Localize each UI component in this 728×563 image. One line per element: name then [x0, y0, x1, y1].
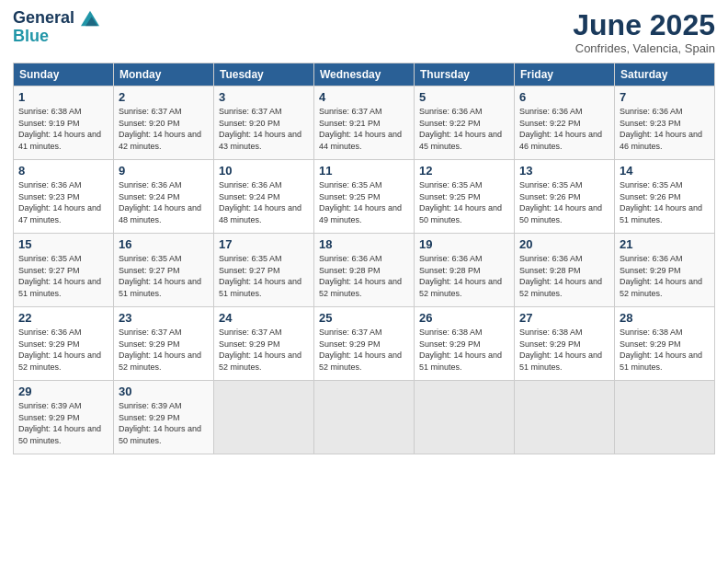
- day-number: 26: [419, 311, 509, 325]
- logo-text: General: [13, 9, 99, 28]
- day-number: 12: [419, 164, 509, 178]
- cell-info: Sunrise: 6:35 AMSunset: 9:26 PMDaylight:…: [620, 180, 702, 224]
- day-number: 5: [419, 90, 509, 104]
- day-number: 6: [519, 90, 609, 104]
- cell-info: Sunrise: 6:36 AMSunset: 9:28 PMDaylight:…: [319, 254, 402, 298]
- header-saturday: Saturday: [615, 63, 715, 86]
- day-number: 27: [519, 311, 609, 325]
- table-row: 21Sunrise: 6:36 AMSunset: 9:29 PMDayligh…: [615, 234, 715, 307]
- table-row: 10Sunrise: 6:36 AMSunset: 9:24 PMDayligh…: [214, 160, 314, 234]
- calendar-week-row: 22Sunrise: 6:36 AMSunset: 9:29 PMDayligh…: [14, 307, 715, 381]
- table-row: 13Sunrise: 6:35 AMSunset: 9:26 PMDayligh…: [515, 160, 615, 234]
- header-wednesday: Wednesday: [314, 63, 415, 86]
- day-number: 2: [119, 90, 209, 104]
- cell-info: Sunrise: 6:36 AMSunset: 9:24 PMDaylight:…: [119, 180, 201, 224]
- header: General Blue June 2025 Confrides, Valenc…: [13, 9, 715, 55]
- day-number: 20: [519, 237, 609, 251]
- cell-info: Sunrise: 6:35 AMSunset: 9:27 PMDaylight:…: [18, 254, 101, 298]
- table-row: 3Sunrise: 6:37 AMSunset: 9:20 PMDaylight…: [214, 86, 314, 160]
- day-number: 25: [319, 311, 409, 325]
- day-number: 21: [620, 237, 710, 251]
- table-row: 1Sunrise: 6:38 AMSunset: 9:19 PMDaylight…: [14, 86, 114, 160]
- table-row: 19Sunrise: 6:36 AMSunset: 9:28 PMDayligh…: [415, 234, 515, 307]
- table-row: [214, 381, 314, 454]
- table-row: 17Sunrise: 6:35 AMSunset: 9:27 PMDayligh…: [214, 234, 314, 307]
- calendar-table: Sunday Monday Tuesday Wednesday Thursday…: [13, 63, 715, 454]
- table-row: 11Sunrise: 6:35 AMSunset: 9:25 PMDayligh…: [314, 160, 415, 234]
- table-row: 24Sunrise: 6:37 AMSunset: 9:29 PMDayligh…: [214, 307, 314, 381]
- table-row: 28Sunrise: 6:38 AMSunset: 9:29 PMDayligh…: [615, 307, 715, 381]
- calendar-header-row: Sunday Monday Tuesday Wednesday Thursday…: [14, 63, 715, 86]
- table-row: [515, 381, 615, 454]
- cell-info: Sunrise: 6:37 AMSunset: 9:20 PMDaylight:…: [219, 107, 301, 151]
- table-row: 15Sunrise: 6:35 AMSunset: 9:27 PMDayligh…: [14, 234, 114, 307]
- table-row: 20Sunrise: 6:36 AMSunset: 9:28 PMDayligh…: [515, 234, 615, 307]
- cell-info: Sunrise: 6:35 AMSunset: 9:27 PMDaylight:…: [219, 254, 301, 298]
- header-thursday: Thursday: [415, 63, 515, 86]
- table-row: 7Sunrise: 6:36 AMSunset: 9:23 PMDaylight…: [615, 86, 715, 160]
- calendar-week-row: 1Sunrise: 6:38 AMSunset: 9:19 PMDaylight…: [14, 86, 715, 160]
- cell-info: Sunrise: 6:37 AMSunset: 9:20 PMDaylight:…: [119, 107, 201, 151]
- month-title: June 2025: [573, 9, 715, 41]
- day-number: 10: [219, 164, 309, 178]
- table-row: 9Sunrise: 6:36 AMSunset: 9:24 PMDaylight…: [114, 160, 214, 234]
- logo-icon: [81, 9, 99, 28]
- cell-info: Sunrise: 6:38 AMSunset: 9:29 PMDaylight:…: [620, 327, 702, 372]
- table-row: 26Sunrise: 6:38 AMSunset: 9:29 PMDayligh…: [415, 307, 515, 381]
- cell-info: Sunrise: 6:36 AMSunset: 9:28 PMDaylight:…: [519, 254, 602, 298]
- table-row: 8Sunrise: 6:36 AMSunset: 9:23 PMDaylight…: [14, 160, 114, 234]
- location-subtitle: Confrides, Valencia, Spain: [573, 41, 715, 55]
- table-row: 27Sunrise: 6:38 AMSunset: 9:29 PMDayligh…: [515, 307, 615, 381]
- cell-info: Sunrise: 6:36 AMSunset: 9:22 PMDaylight:…: [519, 107, 602, 151]
- cell-info: Sunrise: 6:36 AMSunset: 9:29 PMDaylight:…: [18, 327, 101, 372]
- day-number: 7: [620, 90, 710, 104]
- cell-info: Sunrise: 6:35 AMSunset: 9:27 PMDaylight:…: [119, 254, 201, 298]
- logo: General Blue: [13, 9, 99, 46]
- cell-info: Sunrise: 6:36 AMSunset: 9:23 PMDaylight:…: [620, 107, 702, 151]
- cell-info: Sunrise: 6:36 AMSunset: 9:23 PMDaylight:…: [18, 180, 101, 224]
- day-number: 4: [319, 90, 409, 104]
- calendar-week-row: 15Sunrise: 6:35 AMSunset: 9:27 PMDayligh…: [14, 234, 715, 307]
- cell-info: Sunrise: 6:36 AMSunset: 9:28 PMDaylight:…: [419, 254, 502, 298]
- cell-info: Sunrise: 6:38 AMSunset: 9:29 PMDaylight:…: [419, 327, 502, 372]
- day-number: 13: [519, 164, 609, 178]
- cell-info: Sunrise: 6:36 AMSunset: 9:24 PMDaylight:…: [219, 180, 301, 224]
- day-number: 8: [18, 164, 108, 178]
- day-number: 30: [119, 385, 209, 398]
- table-row: 22Sunrise: 6:36 AMSunset: 9:29 PMDayligh…: [14, 307, 114, 381]
- table-row: 16Sunrise: 6:35 AMSunset: 9:27 PMDayligh…: [114, 234, 214, 307]
- header-monday: Monday: [114, 63, 214, 86]
- day-number: 1: [18, 90, 108, 104]
- day-number: 15: [18, 237, 108, 251]
- header-friday: Friday: [515, 63, 615, 86]
- cell-info: Sunrise: 6:38 AMSunset: 9:19 PMDaylight:…: [18, 107, 101, 151]
- cell-info: Sunrise: 6:37 AMSunset: 9:21 PMDaylight:…: [319, 107, 402, 151]
- day-number: 28: [620, 311, 710, 325]
- logo-blue: Blue: [13, 28, 99, 46]
- table-row: 12Sunrise: 6:35 AMSunset: 9:25 PMDayligh…: [415, 160, 515, 234]
- table-row: 29Sunrise: 6:39 AMSunset: 9:29 PMDayligh…: [14, 381, 114, 454]
- day-number: 18: [319, 237, 409, 251]
- day-number: 22: [18, 311, 108, 325]
- table-row: [615, 381, 715, 454]
- header-tuesday: Tuesday: [214, 63, 314, 86]
- cell-info: Sunrise: 6:36 AMSunset: 9:29 PMDaylight:…: [620, 254, 702, 298]
- table-row: [415, 381, 515, 454]
- cell-info: Sunrise: 6:39 AMSunset: 9:29 PMDaylight:…: [119, 401, 201, 445]
- day-number: 23: [119, 311, 209, 325]
- table-row: 18Sunrise: 6:36 AMSunset: 9:28 PMDayligh…: [314, 234, 415, 307]
- page: General Blue June 2025 Confrides, Valenc…: [0, 0, 728, 563]
- cell-info: Sunrise: 6:37 AMSunset: 9:29 PMDaylight:…: [119, 327, 201, 372]
- day-number: 17: [219, 237, 309, 251]
- cell-info: Sunrise: 6:35 AMSunset: 9:25 PMDaylight:…: [419, 180, 502, 224]
- cell-info: Sunrise: 6:36 AMSunset: 9:22 PMDaylight:…: [419, 107, 502, 151]
- day-number: 14: [620, 164, 710, 178]
- table-row: 23Sunrise: 6:37 AMSunset: 9:29 PMDayligh…: [114, 307, 214, 381]
- table-row: 30Sunrise: 6:39 AMSunset: 9:29 PMDayligh…: [114, 381, 214, 454]
- cell-info: Sunrise: 6:35 AMSunset: 9:26 PMDaylight:…: [519, 180, 602, 224]
- table-row: 6Sunrise: 6:36 AMSunset: 9:22 PMDaylight…: [515, 86, 615, 160]
- cell-info: Sunrise: 6:38 AMSunset: 9:29 PMDaylight:…: [519, 327, 602, 372]
- table-row: 25Sunrise: 6:37 AMSunset: 9:29 PMDayligh…: [314, 307, 415, 381]
- cell-info: Sunrise: 6:35 AMSunset: 9:25 PMDaylight:…: [319, 180, 402, 224]
- table-row: 5Sunrise: 6:36 AMSunset: 9:22 PMDaylight…: [415, 86, 515, 160]
